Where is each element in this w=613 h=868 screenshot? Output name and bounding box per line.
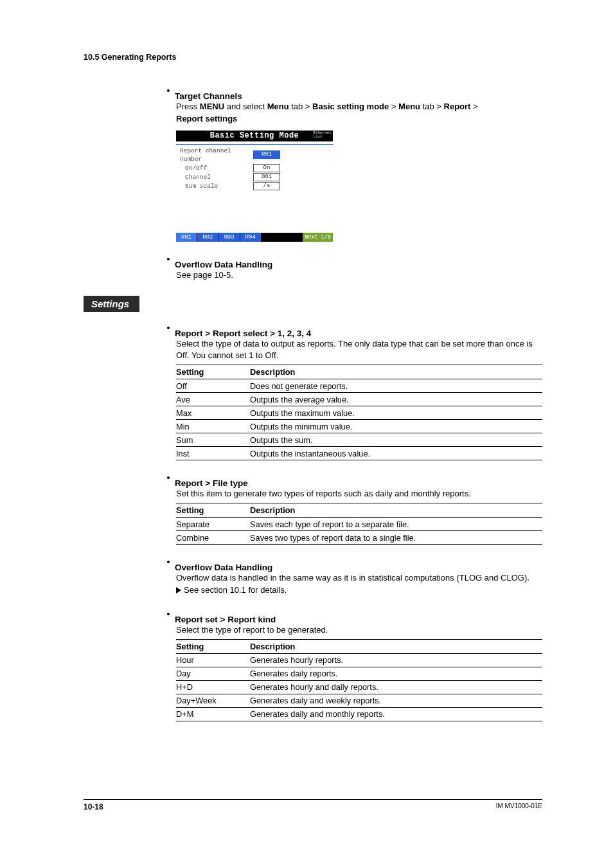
scr-tabs: R01 R02 R03 R04 Next 1/6 <box>176 233 333 242</box>
file-type-head: Report > File type <box>167 472 542 488</box>
table-row: AveOutputs the average value. <box>176 393 542 406</box>
overflow-1-title: Overflow Data Handling <box>175 260 272 269</box>
file-type-body: Set this item to generate two types of r… <box>176 488 542 500</box>
scr-tab[interactable]: R02 <box>197 233 218 242</box>
report-select-title: Report > Report select > 1, 2, 3, 4 <box>175 329 311 338</box>
overflow-2-ref: See section 10.1 for details. <box>176 584 542 597</box>
section-header: 10.5 Generating Reports <box>84 53 542 62</box>
file-type-title: Report > File type <box>175 478 248 488</box>
scr-row: On/Off On <box>185 164 329 172</box>
table-row: SeparateSaves each type of report to a s… <box>176 518 542 531</box>
overflow-1-body: See page 10-5. <box>176 269 542 282</box>
file-type-table: SettingDescription SeparateSaves each ty… <box>176 503 542 545</box>
th-description: Description <box>250 503 542 518</box>
table-row: DayGenerates daily reports. <box>176 667 542 680</box>
report-select-table: SettingDescription OffDoes not generate … <box>176 365 542 460</box>
report-kind-title: Report set > Report kind <box>175 615 276 624</box>
report-kind-table: SettingDescription HourGenerates hourly … <box>176 639 542 721</box>
table-row: MaxOutputs the maximum value. <box>176 406 542 420</box>
content-area: Target Channels Press MENU and select Me… <box>167 85 542 282</box>
overflow-1-head: Overflow Data Handling <box>167 253 542 269</box>
bullet-icon <box>167 258 170 260</box>
th-setting: Setting <box>176 639 250 653</box>
scr-tab[interactable]: R04 <box>240 233 262 242</box>
table-row: CombineSaves two types of report data to… <box>176 531 542 545</box>
triangle-icon <box>176 587 181 593</box>
scr-next[interactable]: Next 1/6 <box>303 233 333 242</box>
settings-content: Report > Report select > 1, 2, 3, 4 Sele… <box>167 322 542 721</box>
report-select-body: Select the type of data to output as rep… <box>176 338 542 363</box>
scr-tab[interactable]: R01 <box>176 233 197 242</box>
overflow-2-title: Overflow Data Handling <box>175 563 272 572</box>
bullet-icon <box>167 89 170 92</box>
table-row: D+MGenerates daily and monthly reports. <box>176 707 542 721</box>
target-channels-head: Target Channels <box>167 85 542 101</box>
scr-row: Report channel number R01 <box>180 147 329 163</box>
th-setting: Setting <box>176 365 250 379</box>
scr-value[interactable]: 001 <box>253 173 280 181</box>
page-footer: 10-18 IM MV1000-01E <box>84 799 542 811</box>
report-kind-body: Select the type of report to be generate… <box>176 624 542 637</box>
scr-row: Channel 001 <box>185 173 329 181</box>
th-description: Description <box>250 365 542 379</box>
th-description: Description <box>250 639 542 653</box>
page-number: 10-18 <box>84 802 103 811</box>
scr-value[interactable]: /s <box>253 182 280 190</box>
scr-value-selected[interactable]: R01 <box>253 150 280 159</box>
scr-tab[interactable]: R03 <box>218 233 240 242</box>
bullet-icon <box>167 327 170 329</box>
table-row: Day+WeekGenerates daily and weekly repor… <box>176 694 542 707</box>
scr-row: Sum scale /s <box>185 182 329 190</box>
overflow-2-head: Overflow Data Handling <box>167 556 542 572</box>
table-row: OffDoes not generate reports. <box>176 379 542 393</box>
th-setting: Setting <box>176 503 250 518</box>
target-channels-title: Target Channels <box>175 91 242 101</box>
page: 10.5 Generating Reports Target Channels … <box>0 0 613 829</box>
table-row: H+DGenerates hourly and daily reports. <box>176 680 542 694</box>
bullet-icon <box>167 613 170 615</box>
bullet-icon <box>167 561 170 563</box>
ethernet-indicator: Ethernet Link <box>313 131 332 139</box>
doc-id: IM MV1000-01E <box>496 802 542 811</box>
table-row: HourGenerates hourly reports. <box>176 653 542 667</box>
report-kind-head: Report set > Report kind <box>167 608 542 624</box>
overflow-2-body: Overflow data is handled in the same way… <box>176 572 542 584</box>
bullet-icon <box>167 476 170 479</box>
menu-path: Press MENU and select Menu tab > Basic s… <box>176 101 542 125</box>
device-screenshot: Basic Setting Mode Ethernet Link Report … <box>176 131 542 242</box>
report-select-head: Report > Report select > 1, 2, 3, 4 <box>167 322 542 338</box>
scr-title: Basic Setting Mode <box>210 131 299 140</box>
table-row: MinOutputs the minimum value. <box>176 420 542 433</box>
table-row: SumOutputs the sum. <box>176 433 542 447</box>
scr-value[interactable]: On <box>253 164 280 172</box>
table-row: InstOutputs the instantaneous value. <box>176 447 542 460</box>
settings-tab: Settings <box>84 296 139 312</box>
